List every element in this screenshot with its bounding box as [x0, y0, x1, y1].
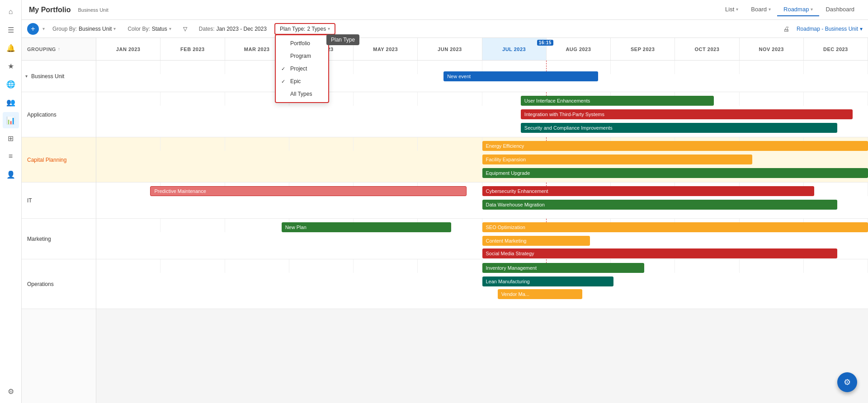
bar-ui-enhancements[interactable]: User Interface Enhancements [521, 96, 714, 106]
expand-business-icon[interactable]: ▾ [25, 74, 28, 79]
group-by-value: Business Unit [79, 26, 112, 32]
bar-vendor[interactable]: Vendor Ma... [498, 289, 583, 299]
tab-dashboard[interactable]: Dashboard [819, 3, 861, 16]
group-label-applications: Applications [25, 112, 58, 118]
bar-content-marketing[interactable]: Content Marketing [482, 236, 590, 246]
add-button[interactable]: + [27, 23, 39, 35]
filter-bar: + ▾ Group By: Business Unit ▾ Color By: … [22, 20, 868, 38]
bar-new-event[interactable]: New event [443, 71, 598, 81]
top-nav-buttons: List ▾ Board ▾ Roadmap ▾ Dashboard [719, 3, 861, 16]
color-by-filter[interactable]: Color By: Status ▾ [123, 23, 175, 34]
plan-type-label: Plan Type: [280, 26, 305, 32]
timeline-header: JAN 2023 FEB 2023 MAR 2023 APR 2023 MAY … [96, 38, 868, 61]
month-may: MAY 2023 [354, 38, 418, 60]
month-oct: OCT 2023 [675, 38, 739, 60]
person-icon[interactable]: 👤 [3, 166, 19, 183]
plan-type-button[interactable]: Plan Type: 2 Types ▾ [274, 23, 335, 35]
chart-icon[interactable]: 📊 [3, 112, 19, 128]
menu-icon[interactable]: ☰ [3, 22, 19, 38]
print-icon[interactable]: 🖨 [783, 25, 789, 33]
bar-new-plan[interactable]: New Plan [282, 222, 452, 232]
roadmap-content: GROUPING ↑ ▾ Business Unit Applications [22, 38, 868, 403]
stacked-icon[interactable]: ≡ [3, 148, 19, 164]
dates-filter[interactable]: Dates: Jan 2023 - Dec 2023 [195, 23, 271, 34]
timeline-rows: New event [96, 61, 868, 309]
globe-icon[interactable]: 🌐 [3, 76, 19, 92]
group-by-label: Group By: [52, 26, 77, 32]
settings-icon[interactable]: ⚙ [3, 383, 19, 399]
bar-lean[interactable]: Lean Manufacturing [482, 276, 613, 286]
cell-b10 [675, 61, 739, 74]
bar-seo[interactable]: SEO Optimization [482, 222, 868, 232]
cell-b1 [96, 61, 160, 74]
home-icon[interactable]: ⌂ [3, 4, 19, 20]
grouping-header: GROUPING ↑ [22, 38, 96, 61]
roadmap-link-chevron: ▾ [860, 26, 863, 32]
bar-cybersecurity[interactable]: Cybersecurity Enhancement [482, 186, 814, 196]
star-icon[interactable]: ★ [3, 58, 19, 74]
icon-sidebar: ⌂ ☰ 🔔 ★ 🌐 👥 📊 ⊞ ≡ 👤 ⚙ [0, 0, 22, 403]
color-by-chevron: ▾ [169, 26, 171, 31]
portfolio-title: My Portfolio [29, 6, 71, 14]
group-by-filter[interactable]: Group By: Business Unit ▾ [48, 23, 120, 34]
roadmap-chevron: ▾ [811, 7, 813, 12]
month-feb: FEB 2023 [160, 38, 225, 60]
cell-b5 [354, 61, 418, 74]
dates-value: Jan 2023 - Dec 2023 [216, 26, 266, 32]
dropdown-program[interactable]: Program [276, 50, 328, 62]
plan-type-chevron: ▾ [328, 26, 330, 31]
bell-icon[interactable]: 🔔 [3, 40, 19, 56]
add-chevron[interactable]: ▾ [42, 26, 45, 31]
cell-b11 [740, 61, 804, 74]
group-label-business: Business Unit [29, 73, 66, 80]
cell-b12 [804, 61, 868, 74]
month-sep: SEP 2023 [611, 38, 675, 60]
timeline-row-capital: Energy Efficiency Facility Expansion Equ… [96, 137, 868, 183]
group-label-it: IT [25, 197, 34, 204]
timeline-row-applications: User Interface Enhancements Integration … [96, 92, 868, 137]
timeline-row-inner-apps [96, 92, 868, 106]
epic-check: ✓ [281, 79, 287, 84]
group-label-marketing: Marketing [25, 236, 53, 242]
bar-security[interactable]: Security and Compliance Improvements [521, 123, 837, 133]
dropdown-all-types[interactable]: All Types [276, 88, 328, 100]
timeline-row-it: Predictive Maintenance Cybersecurity Enh… [96, 183, 868, 219]
main-content: My Portfolio Business Unit List ▾ Board … [22, 0, 868, 403]
roadmap-link[interactable]: Roadmap - Business Unit ▾ [797, 26, 863, 32]
fab-button[interactable]: ⚙ [837, 372, 857, 392]
bar-inventory[interactable]: Inventory Management [482, 263, 644, 273]
filter-icon-btn[interactable]: ▽ [179, 23, 191, 34]
list-chevron: ▾ [736, 7, 738, 12]
layers-icon[interactable]: ⊞ [3, 130, 19, 146]
group-row-applications: Applications [22, 92, 96, 137]
timeline-area: JAN 2023 FEB 2023 MAR 2023 APR 2023 MAY … [96, 38, 868, 403]
month-aug: AUG 2023 [547, 38, 611, 60]
group-label-capital[interactable]: Capital Planning [25, 157, 68, 163]
grouping-column: GROUPING ↑ ▾ Business Unit Applications [22, 38, 96, 403]
tab-roadmap[interactable]: Roadmap ▾ [777, 3, 819, 16]
month-jan: JAN 2023 [96, 38, 160, 60]
cell-b9 [611, 61, 675, 74]
sort-icon[interactable]: ↑ [58, 47, 61, 52]
timeline-row-operations: Inventory Management Lean Manufacturing … [96, 259, 868, 309]
bar-facility[interactable]: Facility Expansion [482, 155, 752, 164]
bar-predictive[interactable]: Predictive Maintenance [150, 186, 467, 196]
bar-social-media[interactable]: Social Media Strategy [482, 248, 837, 258]
group-row-it: IT [22, 183, 96, 219]
month-jun: JUN 2023 [418, 38, 482, 60]
dates-label: Dates: [199, 26, 215, 32]
dropdown-project[interactable]: ✓ Project [276, 62, 328, 75]
bar-energy[interactable]: Energy Efficiency [482, 141, 868, 151]
bar-data-warehouse[interactable]: Data Warehouse Migration [482, 200, 837, 210]
board-chevron: ▾ [769, 7, 771, 12]
dropdown-portfolio[interactable]: Portfolio [276, 37, 328, 50]
tab-board[interactable]: Board ▾ [745, 3, 777, 16]
plan-type-dropdown[interactable]: Portfolio Program ✓ Project ✓ Epic All T… [275, 34, 329, 103]
bar-third-party[interactable]: Integration with Third-Party Systems [521, 109, 853, 119]
tab-list[interactable]: List ▾ [719, 3, 745, 16]
dropdown-epic[interactable]: ✓ Epic [276, 75, 328, 88]
bar-equipment[interactable]: Equipment Upgrade [482, 168, 868, 178]
users-icon[interactable]: 👥 [3, 94, 19, 110]
group-row-operations: Operations [22, 259, 96, 309]
fab-icon: ⚙ [844, 377, 851, 387]
